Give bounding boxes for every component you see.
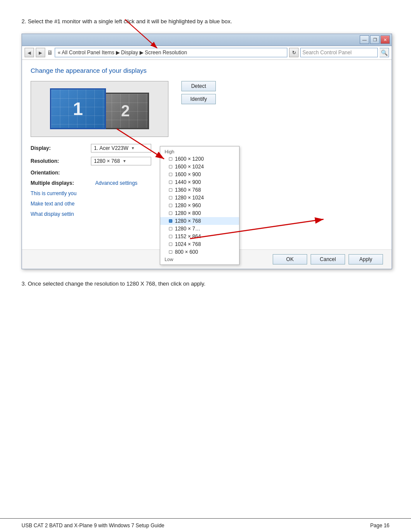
res-bullet-3 <box>169 180 172 184</box>
identify-button[interactable]: Identify <box>181 94 216 104</box>
res-bullet-2 <box>169 173 172 176</box>
ok-button[interactable]: OK <box>273 254 307 264</box>
orientation-label: Orientation: <box>31 170 91 176</box>
footer-left-text: USB CAT 2 BATD and X-Plane 9 with Window… <box>22 523 165 529</box>
res-bullet-7 <box>169 212 172 215</box>
monitor-2-icon[interactable]: 2 <box>102 93 149 129</box>
control-panel-window: — ❐ ✕ ◀ ▶ 🖥 « All Control Panel Items ▶ … <box>22 34 392 269</box>
forward-button[interactable]: ▶ <box>36 48 45 57</box>
res-bullet-11 <box>169 243 172 246</box>
res-item-11[interactable]: 1024 × 768 <box>160 240 239 248</box>
currently-label[interactable]: This is currently you <box>31 190 91 196</box>
monitor-display-box: 1 2 <box>31 81 168 137</box>
res-item-7[interactable]: 1280 × 800 <box>160 209 239 217</box>
res-item-10[interactable]: 1152 × 864 <box>160 233 239 240</box>
res-item-1[interactable]: 1600 × 1024 <box>160 163 239 171</box>
res-bullet-6 <box>169 204 172 207</box>
low-label: Low <box>160 256 239 263</box>
resolution-arrow-icon: ▼ <box>122 159 126 163</box>
res-item-0[interactable]: 1600 × 1200 <box>160 155 239 163</box>
maximize-button[interactable]: ❐ <box>370 35 380 44</box>
display-value: 1. Acer V223W <box>94 145 128 151</box>
monitor-1-icon[interactable]: 1 <box>50 88 106 129</box>
res-bullet-1 <box>169 165 172 168</box>
multiple-displays-label: Multiple displays: <box>31 180 91 186</box>
close-button[interactable]: ✕ <box>380 35 390 44</box>
cancel-button[interactable]: Cancel <box>311 254 345 264</box>
res-item-9[interactable]: 1280 × 7… <box>160 225 239 233</box>
resolution-dropdown-menu: High 1600 × 1200 1600 × 1024 1600 × 900 … <box>160 146 240 265</box>
res-item-2[interactable]: 1600 × 900 <box>160 171 239 178</box>
step2-text: 2. Select the #1 monitor with a single l… <box>22 18 232 25</box>
advanced-settings-link[interactable]: Advanced settings <box>95 180 137 186</box>
address-bar: ◀ ▶ 🖥 « All Control Panel Items ▶ Displa… <box>22 46 392 60</box>
high-label: High <box>160 148 239 155</box>
display-label: Display: <box>31 145 91 151</box>
res-item-4[interactable]: 1360 × 768 <box>160 186 239 194</box>
res-bullet-5 <box>169 196 172 199</box>
detect-identify-area: Detect Identify <box>181 81 216 104</box>
res-item-6[interactable]: 1280 × 960 <box>160 202 239 209</box>
search-icon[interactable]: 🔍 <box>380 48 389 57</box>
detect-button[interactable]: Detect <box>181 81 216 91</box>
res-bullet-12 <box>169 250 172 254</box>
refresh-button[interactable]: ↻ <box>289 48 299 57</box>
step2-instruction: 2. Select the #1 monitor with a single l… <box>22 17 389 26</box>
make-text-label[interactable]: Make text and othe <box>31 201 91 207</box>
res-bullet-8 <box>169 219 172 223</box>
res-bullet-9 <box>169 227 172 230</box>
what-display-label[interactable]: What display settin <box>31 211 91 217</box>
window-body: Change the appearance of your displays 1… <box>22 60 392 249</box>
apply-button[interactable]: Apply <box>349 254 383 264</box>
resolution-dropdown-trigger[interactable]: 1280 × 768 ▼ <box>91 157 151 165</box>
monitor-1-number: 1 <box>73 99 83 119</box>
address-path[interactable]: « All Control Panel Items ▶ Display ▶ Sc… <box>55 48 287 57</box>
res-item-8[interactable]: 1280 × 768 <box>160 217 239 225</box>
resolution-label: Resolution: <box>31 158 91 164</box>
window-title: Change the appearance of your displays <box>31 67 383 74</box>
back-button[interactable]: ◀ <box>25 48 34 57</box>
res-bullet-10 <box>169 235 172 238</box>
res-item-3[interactable]: 1440 × 900 <box>160 178 239 186</box>
res-bullet-0 <box>169 157 172 161</box>
monitor-2-number: 2 <box>121 102 130 120</box>
search-input[interactable] <box>300 48 378 57</box>
res-bullet-4 <box>169 188 172 192</box>
step3-instruction: 3. Once selected change the resolution t… <box>22 280 389 288</box>
titlebar: — ❐ ✕ <box>22 34 392 46</box>
folder-icon: 🖥 <box>47 49 53 56</box>
monitor-icon-group: 1 2 <box>50 88 149 129</box>
display-dropdown[interactable]: 1. Acer V223W ▼ <box>91 144 151 152</box>
page-footer: USB CAT 2 BATD and X-Plane 9 with Window… <box>0 518 411 532</box>
step3-text: 3. Once selected change the resolution t… <box>22 280 206 287</box>
minimize-button[interactable]: — <box>360 35 369 44</box>
monitors-area: 1 2 Detect Identify <box>31 81 383 137</box>
res-item-12[interactable]: 800 × 600 <box>160 248 239 256</box>
resolution-value: 1280 × 768 <box>94 158 120 164</box>
footer-right-text: Page 16 <box>370 523 389 529</box>
display-arrow-icon: ▼ <box>131 146 135 150</box>
res-item-5[interactable]: 1280 × 1024 <box>160 194 239 202</box>
address-path-text: « All Control Panel Items ▶ Display ▶ Sc… <box>58 50 187 56</box>
